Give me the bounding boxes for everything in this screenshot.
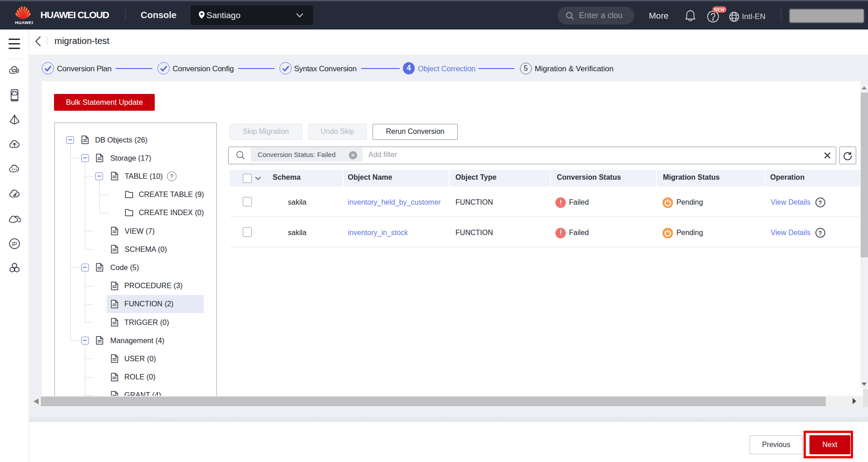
- svg-text:IP: IP: [12, 241, 17, 247]
